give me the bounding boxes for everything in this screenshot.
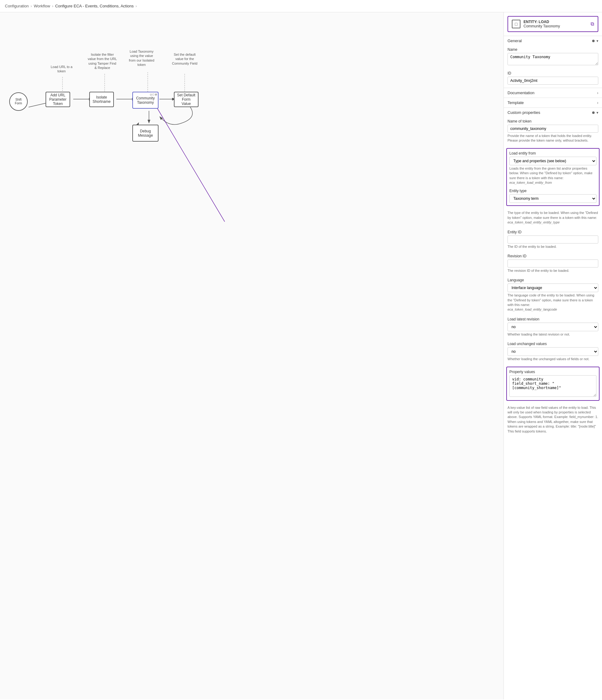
entity-type-token-name: eca_token_load_entity_entity_type (507, 220, 559, 224)
breadcrumb: Configuration › Workflow › Configure ECA… (0, 0, 602, 12)
external-link-icon[interactable]: ⧉ (591, 21, 594, 27)
entity-type-label: ENTITY: LOAD (524, 20, 560, 24)
entity-id-input[interactable] (507, 235, 598, 244)
revision-id-desc: The revision ID of the entity to be load… (507, 269, 598, 273)
load-latest-field-group: Load latest revision no Whether loading … (504, 315, 602, 340)
token-name-field-group: Name of token Provide the name of a toke… (504, 117, 602, 146)
load-unchanged-label: Load unchanged values (507, 342, 598, 346)
breadcrumb-config[interactable]: Configuration (5, 4, 29, 8)
breadcrumb-workflow[interactable]: Workflow (34, 4, 50, 8)
property-values-section: Property values (506, 367, 600, 401)
load-unchanged-desc: Whether loading the unchanged values of … (507, 357, 598, 361)
add-url-label: Add URL Parameter Token (49, 93, 67, 106)
load-latest-desc: Whether loading the latest revision or n… (507, 332, 598, 337)
general-section-header[interactable]: General ▾ (504, 36, 602, 46)
property-values-input[interactable] (509, 375, 597, 397)
property-values-desc: A key-value list of raw field values of … (507, 405, 598, 434)
svg-line-9 (157, 108, 225, 222)
canvas-area: Shift Form Add URL Parameter Token Isola… (0, 12, 503, 699)
custom-props-dot (592, 111, 595, 114)
language-desc: The language code of the entity to be lo… (507, 293, 598, 312)
load-latest-select[interactable]: no (507, 323, 598, 331)
token-name-label: Name of token (507, 119, 598, 123)
load-entity-from-section: Load entity from Type and properties (se… (506, 148, 600, 206)
entity-type-label: Entity type (509, 189, 597, 193)
entity-type-desc-group: The type of the entity to be loaded. Whe… (504, 208, 602, 228)
custom-props-label: Custom properties (507, 110, 540, 115)
documentation-section[interactable]: Documentation › (504, 88, 602, 98)
language-label: Language (507, 278, 598, 282)
load-entity-from-group: Load entity from Type and properties (se… (509, 151, 597, 187)
template-chevron: › (597, 101, 598, 105)
revision-id-input[interactable] (507, 259, 598, 268)
entity-id-label: Entity ID (507, 230, 598, 234)
language-token-name: eca_token_load_entity_langcode (507, 307, 557, 311)
property-values-desc-group: A key-value list of raw field values of … (504, 403, 602, 437)
load-entity-from-label: Load entity from (509, 151, 597, 155)
id-field-group: ID (504, 69, 602, 88)
doc-chevron: › (597, 91, 598, 95)
template-section[interactable]: Template › (504, 98, 602, 107)
load-entity-from-desc: Loads the entity from the given list and… (509, 166, 597, 185)
flow-canvas: Shift Form Add URL Parameter Token Isola… (0, 12, 503, 699)
debug-message-label: Debug Message (135, 129, 155, 138)
entity-type-desc: The type of the entity to be loaded. Whe… (507, 210, 598, 225)
debug-message-node[interactable]: Debug Message (132, 125, 158, 142)
isolate-shortname-label: Isolate Shortname (92, 95, 111, 104)
revision-id-field-group: Revision ID The revision ID of the entit… (504, 252, 602, 276)
template-label: Template (507, 100, 524, 105)
token-name-input[interactable] (507, 125, 598, 133)
add-url-node[interactable]: Add URL Parameter Token (46, 92, 70, 107)
entity-id-field-group: Entity ID The ID of the entity to be loa… (504, 228, 602, 252)
set-default-node[interactable]: Set Default Form Value (174, 92, 199, 107)
name-field-group: Name (504, 46, 602, 69)
breadcrumb-current: Configure ECA - Events, Conditions, Acti… (55, 4, 133, 8)
annotation-4: Set the default value for the Community … (171, 52, 199, 66)
main-container: Shift Form Add URL Parameter Token Isola… (0, 12, 602, 699)
load-unchanged-select[interactable]: no (507, 347, 598, 356)
entity-name-label: Community Taxonomy (524, 24, 560, 28)
load-entity-token-name: eca_token_load_entity_from (509, 181, 552, 184)
community-taxonomy-label: Community Taxonomy (135, 96, 155, 105)
entity-id-desc: The ID of the entity to be loaded. (507, 244, 598, 249)
property-values-label: Property values (509, 370, 597, 374)
entity-icon: □ (512, 20, 521, 28)
annotation-2: Isolate the filter value from the URL us… (88, 52, 117, 70)
general-label: General (507, 39, 522, 43)
entity-type-select[interactable]: Taxonomy term (509, 194, 597, 203)
custom-props-section-header[interactable]: Custom properties ▾ (504, 107, 602, 117)
start-node-label: Shift Form (12, 98, 25, 105)
annotation-1: Load URL to a token (48, 65, 75, 74)
set-default-label: Set Default Form Value (177, 93, 196, 106)
annotation-3: Load Taxonomy using the value from our I… (128, 49, 155, 67)
community-taxonomy-node[interactable]: ◇□⊘ Community Taxonomy (132, 92, 158, 109)
custom-props-chevron: ▾ (597, 110, 598, 115)
isolate-shortname-node[interactable]: Isolate Shortname (89, 92, 114, 107)
id-label: ID (507, 71, 598, 75)
language-field-group: Language Interface language The language… (504, 276, 602, 315)
revision-id-label: Revision ID (507, 254, 598, 258)
general-chevron: ▾ (597, 39, 598, 43)
right-panel: □ ENTITY: LOAD Community Taxonomy ⧉ Gene… (503, 12, 602, 699)
entity-type-group: Entity type Taxonomy term (509, 187, 597, 203)
entity-header: □ ENTITY: LOAD Community Taxonomy ⧉ (507, 16, 598, 32)
load-unchanged-field-group: Load unchanged values no Whether loading… (504, 340, 602, 365)
start-node[interactable]: Shift Form (9, 92, 28, 111)
flow-arrows (0, 12, 503, 699)
load-latest-label: Load latest revision (507, 317, 598, 321)
token-name-desc: Provide the name of a token that holds t… (507, 133, 598, 143)
language-select[interactable]: Interface language (507, 283, 598, 292)
general-dot (592, 40, 595, 42)
id-input[interactable] (507, 77, 598, 85)
name-input[interactable] (507, 53, 598, 65)
load-entity-from-select[interactable]: Type and properties (see below) (509, 157, 597, 165)
name-label: Name (507, 47, 598, 52)
documentation-label: Documentation (507, 91, 534, 95)
